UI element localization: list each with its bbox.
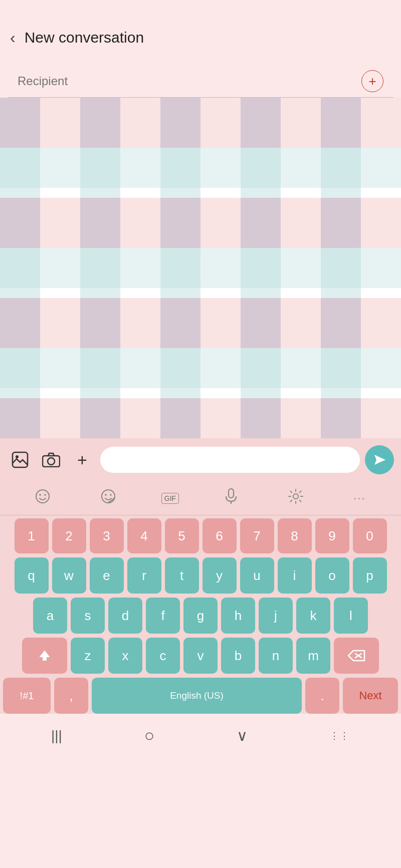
key-h[interactable]: h: [221, 598, 255, 634]
key-l[interactable]: l: [334, 598, 368, 634]
header: ‹ New conversation: [0, 0, 401, 65]
svg-rect-44: [229, 489, 234, 498]
gallery-button[interactable]: [7, 447, 33, 473]
key-o[interactable]: o: [315, 557, 349, 594]
key-e[interactable]: e: [90, 557, 124, 594]
key-u[interactable]: u: [240, 557, 274, 594]
key-n[interactable]: n: [259, 638, 293, 674]
svg-marker-37: [374, 455, 385, 465]
message-bar: +: [0, 438, 401, 481]
svg-rect-10: [0, 148, 401, 188]
svg-rect-25: [160, 298, 200, 348]
svg-point-39: [40, 494, 42, 496]
key-m[interactable]: m: [296, 638, 330, 674]
emoji-button[interactable]: [30, 487, 55, 509]
key-j[interactable]: j: [259, 598, 293, 634]
bottom-row: !#1 , English (US) . Next: [3, 678, 398, 714]
key-4[interactable]: 4: [127, 518, 161, 553]
keyboard-toolbar: GIF ···: [0, 481, 401, 515]
key-c[interactable]: c: [146, 638, 180, 674]
attach-button[interactable]: +: [69, 447, 95, 473]
key-1[interactable]: 1: [15, 518, 49, 553]
number-row: 1 2 3 4 5 6 7 8 9 0: [3, 518, 398, 553]
key-7[interactable]: 7: [240, 518, 274, 553]
key-s[interactable]: s: [71, 598, 105, 634]
svg-rect-19: [80, 198, 120, 248]
key-w[interactable]: w: [52, 557, 86, 594]
key-p[interactable]: p: [353, 557, 387, 594]
svg-point-41: [102, 490, 115, 503]
symbol-key[interactable]: !#1: [3, 678, 51, 714]
svg-rect-12: [0, 348, 401, 388]
gif-button[interactable]: GIF: [161, 493, 179, 504]
microphone-icon: [225, 488, 238, 504]
shift-icon: [37, 648, 52, 663]
key-a[interactable]: a: [33, 598, 67, 634]
backspace-icon: [347, 649, 365, 663]
key-f[interactable]: f: [146, 598, 180, 634]
next-key[interactable]: Next: [343, 678, 398, 714]
key-k[interactable]: k: [296, 598, 330, 634]
svg-point-40: [45, 494, 47, 496]
keyboard-settings-button[interactable]: [283, 487, 308, 509]
svg-point-38: [36, 490, 49, 503]
comma-key[interactable]: ,: [54, 678, 88, 714]
emoji-icon: [35, 489, 50, 504]
svg-rect-16: [241, 98, 281, 148]
add-recipient-button[interactable]: +: [361, 70, 383, 92]
svg-point-46: [293, 494, 298, 499]
key-6[interactable]: 6: [203, 518, 237, 553]
send-button[interactable]: [365, 445, 394, 474]
svg-rect-18: [0, 198, 40, 248]
key-z[interactable]: z: [71, 638, 105, 674]
nav-back-button[interactable]: |||: [51, 728, 62, 744]
svg-rect-20: [160, 198, 200, 248]
message-input-wrap[interactable]: [100, 447, 360, 473]
svg-rect-29: [80, 398, 120, 438]
sticker-icon: [101, 489, 116, 504]
key-v[interactable]: v: [183, 638, 218, 674]
camera-button[interactable]: [38, 447, 64, 473]
keyboard: 1 2 3 4 5 6 7 8 9 0 q w e r t y u i o p …: [0, 515, 401, 714]
key-d[interactable]: d: [108, 598, 142, 634]
settings-icon: [288, 489, 303, 504]
microphone-button[interactable]: [220, 486, 243, 510]
svg-point-34: [16, 455, 19, 458]
key-9[interactable]: 9: [315, 518, 349, 553]
nav-recents-button[interactable]: ∨: [237, 727, 248, 744]
key-x[interactable]: x: [108, 638, 142, 674]
nav-grid-button[interactable]: ⋮⋮: [330, 730, 350, 741]
key-2[interactable]: 2: [52, 518, 86, 553]
key-b[interactable]: b: [221, 638, 255, 674]
key-0[interactable]: 0: [353, 518, 387, 553]
key-t[interactable]: t: [165, 557, 199, 594]
qwerty-row: q w e r t y u i o p: [3, 557, 398, 594]
svg-rect-33: [13, 452, 28, 467]
svg-rect-30: [160, 398, 200, 438]
nav-home-button[interactable]: ○: [144, 726, 155, 745]
more-button[interactable]: ···: [348, 490, 370, 507]
period-key[interactable]: .: [305, 678, 339, 714]
svg-rect-28: [0, 398, 40, 438]
key-q[interactable]: q: [15, 557, 49, 594]
key-r[interactable]: r: [127, 557, 161, 594]
page-title: New conversation: [25, 29, 144, 46]
svg-point-36: [48, 458, 55, 465]
asdf-row: a s d f g h j k l: [3, 598, 398, 634]
svg-rect-14: [80, 98, 120, 148]
shift-key[interactable]: [22, 638, 67, 674]
key-3[interactable]: 3: [90, 518, 124, 553]
sticker-button[interactable]: [96, 487, 121, 509]
message-input[interactable]: [109, 455, 351, 465]
key-g[interactable]: g: [183, 598, 218, 634]
space-key[interactable]: English (US): [92, 678, 302, 714]
recipient-input[interactable]: [18, 74, 361, 88]
key-y[interactable]: y: [203, 557, 237, 594]
key-i[interactable]: i: [278, 557, 312, 594]
svg-rect-47: [43, 657, 47, 661]
key-5[interactable]: 5: [165, 518, 199, 553]
back-button[interactable]: ‹: [10, 30, 16, 46]
backspace-key[interactable]: [334, 638, 379, 674]
key-8[interactable]: 8: [278, 518, 312, 553]
chat-area: [0, 98, 401, 438]
